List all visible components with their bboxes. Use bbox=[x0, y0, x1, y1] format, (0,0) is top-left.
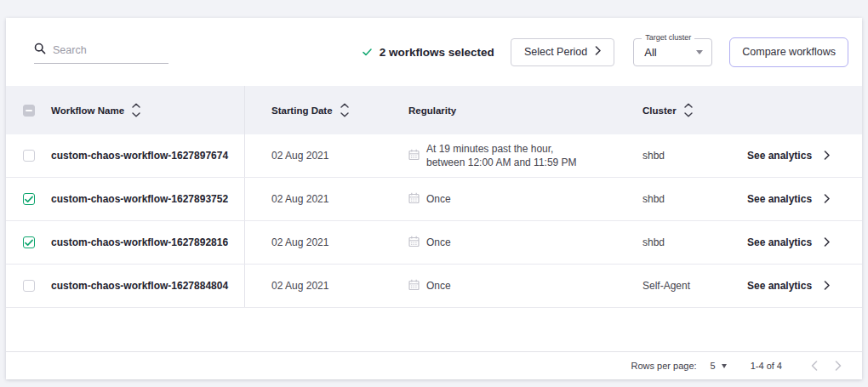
calendar-icon bbox=[408, 191, 420, 207]
sort-descending-icon[interactable] bbox=[340, 112, 349, 117]
search-input[interactable] bbox=[53, 44, 168, 56]
calendar-icon bbox=[408, 148, 420, 163]
regularity-text: Once bbox=[426, 192, 451, 206]
cluster-name: shbd bbox=[630, 134, 732, 177]
select-period-button[interactable]: Select Period bbox=[511, 38, 614, 66]
rows-per-page-select[interactable]: 5 bbox=[711, 361, 727, 371]
starting-date: 02 Aug 2021 bbox=[244, 134, 391, 177]
starting-date: 02 Aug 2021 bbox=[244, 178, 391, 220]
check-icon bbox=[363, 46, 372, 59]
select-all-checkbox[interactable] bbox=[23, 105, 35, 117]
target-cluster-select[interactable]: Target cluster All bbox=[633, 38, 712, 66]
sort-control bbox=[684, 103, 693, 117]
regularity-text: Once bbox=[426, 279, 451, 293]
chevron-down-icon bbox=[722, 364, 727, 368]
sort-ascending-icon[interactable] bbox=[132, 103, 140, 108]
rows-per-page-value: 5 bbox=[711, 361, 716, 371]
chevron-right-icon bbox=[595, 46, 601, 58]
chevron-right-icon[interactable] bbox=[824, 191, 830, 207]
selection-status: 2 workflows selected bbox=[363, 46, 494, 59]
sort-descending-icon[interactable] bbox=[684, 112, 693, 117]
chevron-down-icon bbox=[696, 50, 703, 54]
column-header-regularity: Regularity bbox=[391, 86, 630, 134]
row-checkbox[interactable] bbox=[23, 193, 35, 205]
indeterminate-icon bbox=[26, 110, 32, 111]
starting-date: 02 Aug 2021 bbox=[244, 265, 391, 307]
table-empty-space bbox=[6, 308, 862, 351]
sort-control bbox=[340, 103, 349, 117]
row-checkbox[interactable] bbox=[23, 236, 35, 248]
pagination-range: 1-4 of 4 bbox=[751, 361, 782, 371]
see-analytics-link[interactable]: See analytics bbox=[747, 280, 812, 292]
workflow-name: custom-chaos-workflow-1627884804 bbox=[51, 280, 244, 292]
column-header-starting-date: Starting Date bbox=[244, 86, 391, 134]
see-analytics-link[interactable]: See analytics bbox=[747, 150, 812, 162]
rows-per-page-label: Rows per page: bbox=[631, 361, 697, 371]
compare-workflows-label: Compare workflows bbox=[742, 46, 836, 58]
calendar-icon bbox=[408, 235, 420, 250]
target-cluster-label: Target cluster bbox=[642, 33, 694, 42]
previous-page-button[interactable] bbox=[802, 355, 826, 377]
table-header: Workflow Name Starting Date Regularity C… bbox=[6, 86, 862, 134]
next-page-button[interactable] bbox=[826, 355, 850, 377]
column-header-workflow-name: Workflow Name bbox=[51, 103, 244, 117]
sort-descending-icon[interactable] bbox=[132, 112, 140, 117]
select-period-label: Select Period bbox=[524, 46, 587, 58]
chevron-right-icon[interactable] bbox=[824, 148, 830, 163]
row-checkbox[interactable] bbox=[23, 280, 35, 292]
search-box[interactable] bbox=[34, 43, 168, 64]
table-row: custom-chaos-workflow-1627892816 02 Aug … bbox=[6, 221, 862, 265]
regularity-text: At 19 minutes past the hour, between 12:… bbox=[426, 142, 577, 169]
chevron-right-icon[interactable] bbox=[824, 278, 830, 293]
search-icon bbox=[34, 43, 46, 58]
toolbar-right: 2 workflows selected Select Period Targe… bbox=[363, 37, 848, 67]
see-analytics-link[interactable]: See analytics bbox=[747, 236, 812, 248]
pagination-bar: Rows per page: 5 1-4 of 4 bbox=[6, 351, 862, 379]
see-analytics-link[interactable]: See analytics bbox=[747, 193, 812, 205]
sort-control bbox=[132, 103, 140, 117]
target-cluster-value: All bbox=[644, 46, 656, 59]
starting-date: 02 Aug 2021 bbox=[244, 221, 391, 264]
table-row: custom-chaos-workflow-1627897674 02 Aug … bbox=[6, 134, 862, 178]
cluster-name: shbd bbox=[630, 178, 732, 220]
selection-status-label: 2 workflows selected bbox=[380, 46, 494, 59]
chevron-right-icon[interactable] bbox=[824, 235, 830, 250]
row-checkbox[interactable] bbox=[23, 150, 35, 162]
sort-ascending-icon[interactable] bbox=[340, 103, 349, 108]
cluster-name: shbd bbox=[630, 221, 732, 264]
sort-ascending-icon[interactable] bbox=[684, 103, 693, 108]
calendar-icon bbox=[408, 278, 420, 293]
toolbar: 2 workflows selected Select Period Targe… bbox=[6, 18, 862, 86]
workflow-name: custom-chaos-workflow-1627892816 bbox=[51, 236, 244, 248]
workflow-name: custom-chaos-workflow-1627897674 bbox=[51, 150, 244, 162]
regularity-text: Once bbox=[426, 236, 451, 249]
table-row: custom-chaos-workflow-1627893752 02 Aug … bbox=[6, 178, 862, 221]
compare-workflows-button[interactable]: Compare workflows bbox=[729, 37, 848, 67]
column-header-cluster: Cluster bbox=[630, 86, 732, 134]
cluster-name: Self-Agent bbox=[630, 265, 732, 307]
workflow-name: custom-chaos-workflow-1627893752 bbox=[51, 193, 244, 205]
table-row: custom-chaos-workflow-1627884804 02 Aug … bbox=[6, 265, 862, 308]
workflow-comparison-card: 2 workflows selected Select Period Targe… bbox=[6, 18, 862, 379]
